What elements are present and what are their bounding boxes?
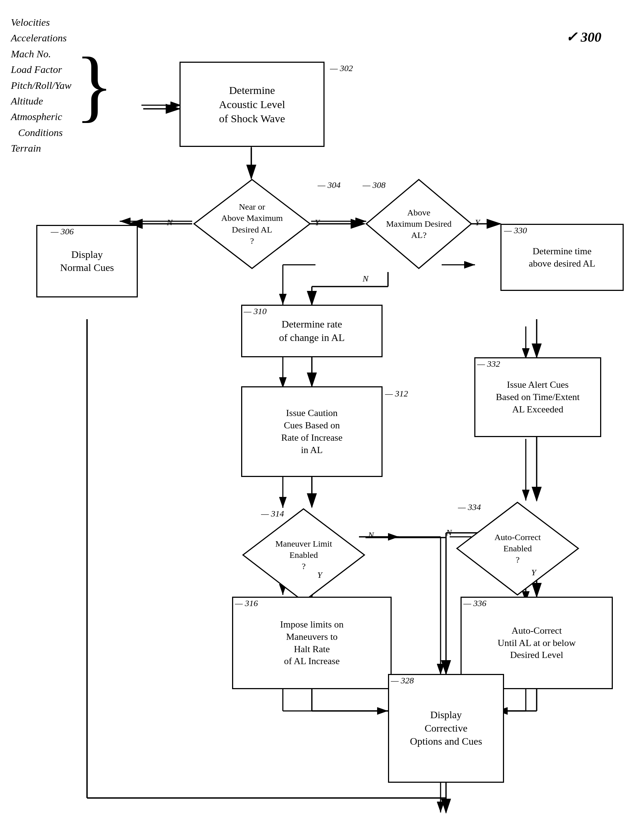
n308-n-label: N: [363, 274, 368, 284]
node-314: Maneuver LimitEnabled?: [241, 507, 366, 603]
label-302: — 302: [330, 64, 353, 73]
label-306: — 306: [51, 227, 73, 237]
node-312: Issue CautionCues Based onRate of Increa…: [241, 386, 382, 477]
label-310: — 310: [244, 306, 267, 316]
node-304: Near orAbove MaximumDesired AL?: [192, 178, 312, 270]
label-334: — 334: [458, 502, 481, 512]
label-328: — 328: [391, 676, 414, 685]
n334-n-label: N: [446, 528, 452, 538]
label-314: — 314: [261, 509, 284, 519]
n304-y-label: Y: [315, 218, 320, 228]
n314-n-label: N: [368, 530, 374, 540]
figure-number: ✓ 300: [566, 29, 602, 45]
label-304: — 304: [318, 180, 340, 190]
input-brace: }: [75, 14, 114, 156]
input-list: Velocities Accelerations Mach No. Load F…: [11, 14, 114, 156]
input-text: Velocities Accelerations Mach No. Load F…: [11, 14, 72, 156]
label-308: — 308: [363, 180, 385, 190]
node-328: DisplayCorrectiveOptions and Cues: [388, 674, 504, 783]
label-312: — 312: [385, 389, 408, 399]
n334-y-label: Y: [531, 568, 536, 577]
n308-y-label: Y: [475, 218, 480, 228]
node-316: Impose limits onManeuvers toHalt Rateof …: [232, 597, 391, 689]
node-334: Auto-CorrectEnabled?: [455, 501, 580, 597]
node-302: DetermineAcoustic Levelof Shock Wave: [179, 62, 324, 147]
node-332: Issue Alert CuesBased on Time/ExtentAL E…: [474, 357, 601, 437]
label-330: — 330: [504, 226, 527, 236]
label-336: — 336: [463, 599, 486, 608]
n304-n-label: N: [167, 218, 173, 228]
diagram-container: { "figure": { "number": "300", "inputs":…: [0, 0, 644, 827]
label-316: — 316: [235, 599, 258, 608]
node-308: AboveMaximum DesiredAL?: [365, 178, 473, 270]
label-332: — 332: [477, 359, 500, 369]
